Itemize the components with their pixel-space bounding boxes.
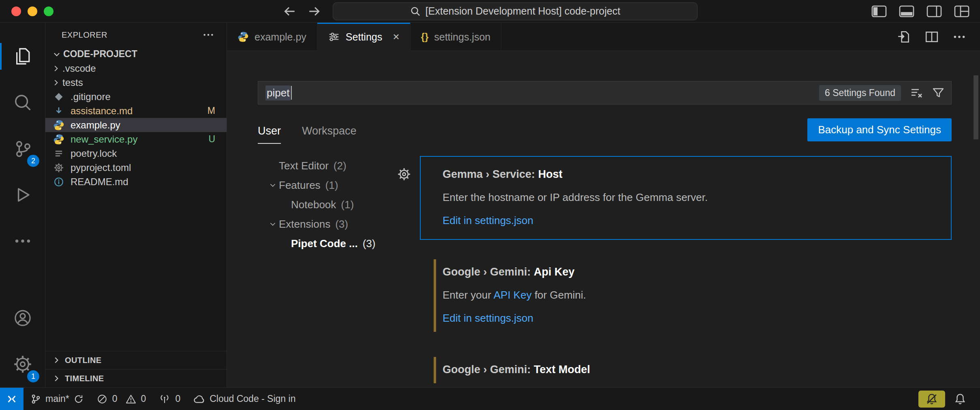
editor-actions [897,23,980,51]
problems-status[interactable]: 0 0 [90,388,153,410]
title-bar: [Extension Development Host] code-projec… [0,0,980,23]
more-actions-icon[interactable] [202,29,214,41]
warning-icon [126,394,136,404]
toc-label: Text Editor [279,160,329,172]
markdown-file-icon [53,105,65,117]
chevron-right-icon [52,356,61,365]
info-icon [53,176,65,188]
branch-name: main* [45,393,69,404]
modified-indicator [434,259,436,332]
activity-bar: 2 1 [0,23,45,387]
open-changes-icon[interactable] [897,30,911,44]
api-key-link[interactable]: API Key [494,289,532,301]
customize-layout-icon[interactable] [954,5,969,17]
tree-item-file-selected[interactable]: example.py [45,118,227,132]
window-title: [Extension Development Host] code-projec… [426,5,621,17]
setting-title: Google › Gemini: Api Key [443,266,939,278]
chevron-right-icon [49,64,62,73]
more-actions-icon[interactable] [952,30,966,44]
tree-item-file[interactable]: README.md [45,175,227,189]
activity-search[interactable] [0,79,45,126]
activity-source-control[interactable]: 2 [0,126,45,172]
do-not-disturb-indicator[interactable] [918,391,945,408]
settings-search-input[interactable]: pipet 6 Settings Found [258,81,952,105]
scope-tab-workspace[interactable]: Workspace [302,125,357,144]
activity-settings[interactable]: 1 [0,341,45,387]
command-center[interactable]: [Extension Development Host] code-projec… [333,2,698,20]
notifications-bell[interactable] [948,388,973,410]
activity-run-debug[interactable] [0,172,45,218]
root-folder-name: CODE-PROJECT [63,49,137,60]
tab-settings-json[interactable]: {} settings.json [411,23,502,51]
close-icon[interactable]: × [393,31,399,43]
tree-item-folder[interactable]: tests [45,75,227,90]
setting-row-gemma-host[interactable]: Gemma › Service: Host Enter the hostname… [420,156,952,240]
settings-badge: 1 [27,370,39,382]
tree-root-folder[interactable]: CODE-PROJECT [45,47,227,61]
status-bar: main* 0 0 0 Cloud Code - Sign i [0,387,980,410]
toggle-panel-icon[interactable] [899,5,914,17]
minimize-window-button[interactable] [28,6,37,16]
settings-body: Text Editor (2) Features (1) N [258,156,952,387]
source-control-badge: 2 [27,155,39,167]
git-branch-status[interactable]: main* [24,388,90,410]
status-bar-right [918,388,980,410]
tree-item-file[interactable]: .gitignore [45,90,227,104]
toggle-secondary-sidebar-icon[interactable] [927,5,942,17]
python-file-icon [238,31,249,43]
toggle-primary-sidebar-icon[interactable] [871,5,887,17]
editor-scrollbar[interactable] [974,75,978,139]
toc-label: Notebook [291,199,336,211]
tree-item-folder[interactable]: .vscode [45,61,227,75]
git-status-badge: U [208,134,215,145]
tab-example-py[interactable]: example.py [227,23,317,51]
ports-count: 0 [175,393,180,404]
tree-item-file[interactable]: assistance.md M [45,104,227,118]
toc-item-pipet-code[interactable]: Pipet Code ... (3) [258,234,379,253]
python-file-icon [53,119,65,131]
setting-row-gemini-text-model[interactable]: Google › Gemini: Text Model [420,351,952,387]
tree-item-file[interactable]: pyproject.toml [45,160,227,175]
activity-explorer[interactable] [0,33,45,79]
timeline-section-header[interactable]: TIMELINE [45,369,227,387]
toc-count: (3) [363,237,376,250]
toc-item-text-editor[interactable]: Text Editor (2) [258,156,379,175]
clear-filters-icon[interactable] [910,86,923,99]
outline-section-header[interactable]: OUTLINE [45,351,227,369]
filter-icon[interactable] [932,86,945,99]
edit-in-settings-json-link[interactable]: Edit in settings.json [443,312,939,325]
tab-settings[interactable]: Settings × [317,23,411,51]
setting-row-gemini-api-key[interactable]: Google › Gemini: Api Key Enter your API … [420,254,952,337]
toc-item-notebook[interactable]: Notebook (1) [258,195,379,214]
edit-in-settings-json-link[interactable]: Edit in settings.json [443,214,939,227]
scope-tab-user[interactable]: User [258,125,281,144]
settings-list: Gemma › Service: Host Enter the hostname… [420,156,952,387]
setting-gear-icon[interactable] [397,167,411,181]
description-text: Enter your [443,289,494,301]
setting-category: Google › Gemini: [443,266,531,278]
description-text: for Gemini. [532,289,586,301]
bell-icon [954,393,966,405]
tree-item-file[interactable]: new_service.py U [45,132,227,146]
toc-count: (1) [341,199,354,211]
activity-more[interactable] [0,218,45,264]
zoom-window-button[interactable] [44,6,53,16]
toc-item-features[interactable]: Features (1) [258,175,379,195]
remote-icon [6,393,18,405]
close-window-button[interactable] [11,6,21,16]
remote-indicator[interactable] [0,388,24,410]
toml-gear-icon [53,162,65,174]
toc-item-extensions[interactable]: Extensions (3) [258,214,379,234]
warning-count: 0 [141,393,146,404]
ports-status[interactable]: 0 [152,388,187,410]
backup-sync-settings-button[interactable]: Backup and Sync Settings [807,118,952,141]
settings-scope-tabs: User Workspace Backup and Sync Settings [258,118,952,144]
navigate-forward-icon[interactable] [308,4,321,18]
settings-sliders-icon [328,31,340,43]
activity-account[interactable] [0,295,45,341]
split-editor-icon[interactable] [925,30,939,44]
cloud-code-status[interactable]: Cloud Code - Sign in [187,388,302,410]
title-bar-center: [Extension Development Host] code-projec… [282,0,698,22]
tree-item-file[interactable]: poetry.lock [45,146,227,160]
navigate-back-icon[interactable] [282,4,296,18]
